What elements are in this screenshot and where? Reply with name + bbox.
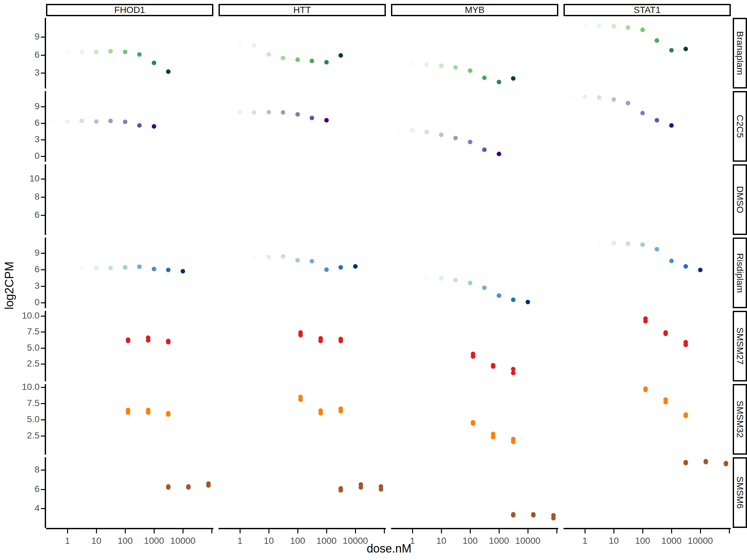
y-axis-tick xyxy=(41,316,45,317)
data-point xyxy=(491,432,495,436)
x-axis-tick xyxy=(326,529,327,533)
y-axis-tick-label: 10.0 xyxy=(14,382,40,392)
y-axis-tick xyxy=(41,73,45,74)
facet-column-label: STAT1 xyxy=(634,5,661,15)
panel-myb-risdiplam xyxy=(391,238,558,308)
data-point xyxy=(439,133,443,137)
data-point xyxy=(108,266,113,270)
data-point xyxy=(453,65,458,70)
panel-stat1-dmso xyxy=(564,164,731,235)
panel-fhod1-smsm27 xyxy=(46,311,213,381)
data-point xyxy=(626,101,630,105)
y-axis-tick-label: 7.5 xyxy=(14,398,40,408)
facet-row-strip-smsm32: SMSM32 xyxy=(733,384,747,455)
facet-column-strip-fhod1: FHOD1 xyxy=(46,4,213,16)
x-axis-tick xyxy=(585,529,586,533)
y-axis-tick-label: 8 xyxy=(14,464,40,475)
data-point xyxy=(643,316,648,321)
data-point xyxy=(126,337,130,342)
y-axis-tick xyxy=(41,106,45,107)
data-point xyxy=(281,110,285,115)
y-axis-tick xyxy=(41,36,45,37)
x-axis-tick-label: 10000 xyxy=(674,536,726,546)
data-point xyxy=(166,484,171,489)
data-point xyxy=(295,112,300,117)
y-axis-tick xyxy=(41,419,45,420)
y-axis-tick xyxy=(41,364,45,365)
data-point xyxy=(166,339,171,343)
x-axis-tick xyxy=(125,529,126,533)
y-axis-tick xyxy=(41,435,45,436)
facet-row-strip-branaplam: Branaplam xyxy=(733,18,747,88)
x-axis-line xyxy=(218,528,386,529)
x-axis-tick xyxy=(499,529,499,533)
facet-column-label: MYB xyxy=(465,5,485,15)
facet-row-label: Risdiplam xyxy=(735,253,745,293)
data-point xyxy=(353,264,358,269)
data-point xyxy=(324,118,329,123)
facet-row-label: C2C5 xyxy=(735,115,745,138)
x-axis-tick xyxy=(154,529,155,533)
data-point xyxy=(511,437,516,442)
facet-row-label: SMSM27 xyxy=(735,327,745,365)
facet-column-strip-stat1: STAT1 xyxy=(564,4,731,16)
panel-fhod1-branaplam xyxy=(46,18,213,88)
data-point xyxy=(640,111,645,115)
data-point xyxy=(395,127,400,132)
panel-fhod1-c2c5 xyxy=(46,91,213,162)
y-axis-tick xyxy=(41,470,45,471)
faceted-scatter-figure: dose.nM log2CPM FHOD1HTTMYBSTAT1Branapla… xyxy=(0,0,747,560)
panel-stat1-smsm27 xyxy=(564,311,731,381)
y-axis-tick-label: 6 xyxy=(14,264,40,274)
data-point xyxy=(497,293,501,298)
panel-stat1-smsm32 xyxy=(564,384,731,455)
data-point xyxy=(568,95,572,100)
data-point xyxy=(583,94,587,99)
panel-htt-branaplam xyxy=(218,18,386,88)
data-point xyxy=(126,408,130,412)
y-axis-tick xyxy=(41,331,45,332)
x-axis-tick xyxy=(556,529,557,533)
data-point xyxy=(94,50,99,54)
facet-row-strip-dmso: DMSO xyxy=(733,164,747,235)
y-axis-tick xyxy=(41,215,45,216)
y-axis-tick xyxy=(41,179,45,180)
data-point xyxy=(684,412,688,417)
y-axis-tick xyxy=(41,387,45,388)
data-point xyxy=(669,48,674,53)
panel-htt-smsm27 xyxy=(218,311,386,381)
y-axis-tick-label: 3 xyxy=(14,68,40,78)
data-point xyxy=(468,281,472,285)
data-point xyxy=(252,110,256,115)
x-axis-tick xyxy=(642,529,643,533)
data-point xyxy=(123,50,127,54)
data-point xyxy=(310,259,314,264)
data-point xyxy=(511,367,516,371)
data-point xyxy=(597,241,601,246)
data-point xyxy=(137,52,142,57)
data-point xyxy=(551,513,556,517)
x-axis-tick xyxy=(239,529,240,533)
x-axis-tick xyxy=(412,529,413,533)
data-point xyxy=(424,62,429,67)
data-point xyxy=(359,482,363,487)
data-point xyxy=(497,152,501,156)
panel-htt-risdiplam xyxy=(218,238,386,308)
y-axis-tick-label: 0 xyxy=(14,297,40,308)
data-point xyxy=(482,286,487,290)
x-axis-tick xyxy=(700,529,701,533)
data-point xyxy=(266,52,271,57)
x-axis-tick xyxy=(355,529,356,533)
y-axis-tick xyxy=(41,253,45,254)
data-point xyxy=(310,59,314,63)
y-axis-tick-label: 9 xyxy=(14,31,40,42)
data-point xyxy=(94,119,99,124)
facet-row-label: Branaplam xyxy=(735,31,745,75)
data-point xyxy=(482,148,487,152)
panel-myb-branaplam xyxy=(391,18,558,88)
data-point xyxy=(703,459,708,463)
facet-row-label: SMSM32 xyxy=(735,401,745,438)
data-point xyxy=(181,269,185,273)
x-axis-line xyxy=(46,528,213,529)
data-point xyxy=(482,76,487,80)
